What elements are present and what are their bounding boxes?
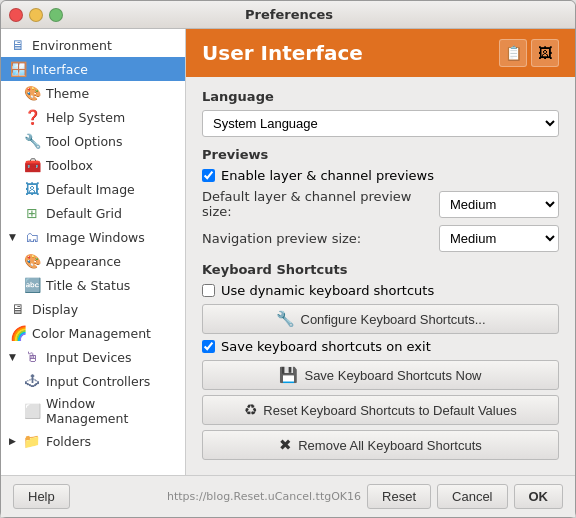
nav-preview-select[interactable]: Small Medium Large: [439, 225, 559, 252]
maximize-button[interactable]: [49, 8, 63, 22]
sidebar-item-tool-options[interactable]: 🔧 Tool Options: [1, 129, 185, 153]
use-dynamic-label: Use dynamic keyboard shortcuts: [221, 283, 434, 298]
save-icon: 💾: [279, 366, 298, 384]
folders-arrow: ▶: [9, 436, 16, 446]
reset-icon: ♻: [244, 401, 257, 419]
sidebar-item-folders[interactable]: ▶ 📁 Folders: [1, 429, 185, 453]
use-dynamic-row: Use dynamic keyboard shortcuts: [202, 283, 559, 298]
sidebar-label-title-status: Title & Status: [46, 278, 177, 293]
language-select[interactable]: System Language English French German Sp…: [202, 110, 559, 137]
sidebar-label-appearance: Appearance: [46, 254, 177, 269]
sidebar-label-image-windows: Image Windows: [46, 230, 177, 245]
ok-button[interactable]: OK: [514, 484, 564, 509]
sidebar-item-title-status[interactable]: 🔤 Title & Status: [1, 273, 185, 297]
sidebar-label-theme: Theme: [46, 86, 177, 101]
url-text: https://blog.Reset.uCancel.ttgOK16: [167, 490, 361, 503]
image-windows-icon: 🗂: [23, 228, 41, 246]
sidebar-item-appearance[interactable]: 🎨 Appearance: [1, 249, 185, 273]
default-grid-icon: ⊞: [23, 204, 41, 222]
preferences-window: Preferences 🖥 Environment 🪟 Interface 🎨 …: [0, 0, 576, 518]
help-button[interactable]: Help: [13, 484, 70, 509]
window-controls: [9, 8, 63, 22]
reset-shortcuts-label: Reset Keyboard Shortcuts to Default Valu…: [263, 403, 516, 418]
sidebar-item-input-controllers[interactable]: 🕹 Input Controllers: [1, 369, 185, 393]
sidebar-label-tool-options: Tool Options: [46, 134, 177, 149]
display-icon: 🖥: [9, 300, 27, 318]
sidebar-label-help: Help System: [46, 110, 177, 125]
remove-shortcuts-button[interactable]: ✖ Remove All Keyboard Shortcuts: [202, 430, 559, 460]
folders-icon: 📁: [23, 432, 41, 450]
panel-header: User Interface 📋 🖼: [186, 29, 575, 77]
window-title: Preferences: [71, 7, 507, 22]
help-icon: ❓: [23, 108, 41, 126]
save-now-label: Save Keyboard Shortcuts Now: [304, 368, 481, 383]
panel-icons: 📋 🖼: [499, 39, 559, 67]
reset-button[interactable]: Reset: [367, 484, 431, 509]
enable-layer-preview-label: Enable layer & channel previews: [221, 168, 434, 183]
previews-section-label: Previews: [202, 147, 559, 162]
sidebar-label-default-grid: Default Grid: [46, 206, 177, 221]
language-select-row: System Language English French German Sp…: [202, 110, 559, 137]
sidebar-item-color-management[interactable]: 🌈 Color Management: [1, 321, 185, 345]
sidebar-item-environment[interactable]: 🖥 Environment: [1, 33, 185, 57]
enable-layer-preview-checkbox[interactable]: [202, 169, 215, 182]
right-panel: User Interface 📋 🖼 Language System Langu…: [186, 29, 575, 475]
sidebar-item-image-windows[interactable]: ▼ 🗂 Image Windows: [1, 225, 185, 249]
toolbox-icon: 🧰: [23, 156, 41, 174]
configure-shortcuts-button[interactable]: 🔧 Configure Keyboard Shortcuts...: [202, 304, 559, 334]
remove-icon: ✖: [279, 436, 292, 454]
input-devices-arrow: ▼: [9, 352, 16, 362]
bottom-bar: Help https://blog.Reset.uCancel.ttgOK16 …: [1, 475, 575, 517]
title-status-icon: 🔤: [23, 276, 41, 294]
tool-options-icon: 🔧: [23, 132, 41, 150]
panel-icon-image[interactable]: 🖼: [531, 39, 559, 67]
save-on-exit-label: Save keyboard shortcuts on exit: [221, 339, 431, 354]
save-on-exit-checkbox[interactable]: [202, 340, 215, 353]
sidebar-item-interface[interactable]: 🪟 Interface: [1, 57, 185, 81]
save-on-exit-row: Save keyboard shortcuts on exit: [202, 339, 559, 354]
sidebar-item-help-system[interactable]: ❓ Help System: [1, 105, 185, 129]
default-image-icon: 🖼: [23, 180, 41, 198]
sidebar-label-display: Display: [32, 302, 177, 317]
reset-shortcuts-button[interactable]: ♻ Reset Keyboard Shortcuts to Default Va…: [202, 395, 559, 425]
configure-icon: 🔧: [276, 310, 295, 328]
appearance-icon: 🎨: [23, 252, 41, 270]
sidebar: 🖥 Environment 🪟 Interface 🎨 Theme ❓ Help…: [1, 29, 186, 475]
panel-icon-clipboard[interactable]: 📋: [499, 39, 527, 67]
theme-icon: 🎨: [23, 84, 41, 102]
nav-preview-size-row: Navigation preview size: Small Medium La…: [202, 225, 559, 252]
sidebar-item-default-grid[interactable]: ⊞ Default Grid: [1, 201, 185, 225]
sidebar-label-window-management: Window Management: [46, 396, 177, 426]
default-preview-label: Default layer & channel preview size:: [202, 189, 431, 219]
interface-icon: 🪟: [9, 60, 27, 78]
remove-shortcuts-label: Remove All Keyboard Shortcuts: [298, 438, 482, 453]
minimize-button[interactable]: [29, 8, 43, 22]
environment-icon: 🖥: [9, 36, 27, 54]
sidebar-label-folders: Folders: [46, 434, 177, 449]
language-section-label: Language: [202, 89, 559, 104]
close-button[interactable]: [9, 8, 23, 22]
sidebar-item-window-management[interactable]: ⬜ Window Management: [1, 393, 185, 429]
window-management-icon: ⬜: [23, 402, 41, 420]
keyboard-section-label: Keyboard Shortcuts: [202, 262, 559, 277]
sidebar-label-default-image: Default Image: [46, 182, 177, 197]
save-now-button[interactable]: 💾 Save Keyboard Shortcuts Now: [202, 360, 559, 390]
configure-shortcuts-label: Configure Keyboard Shortcuts...: [301, 312, 486, 327]
sidebar-item-display[interactable]: 🖥 Display: [1, 297, 185, 321]
titlebar: Preferences: [1, 1, 575, 29]
sidebar-item-input-devices[interactable]: ▼ 🖱 Input Devices: [1, 345, 185, 369]
use-dynamic-checkbox[interactable]: [202, 284, 215, 297]
sidebar-label-environment: Environment: [32, 38, 177, 53]
bottom-right: https://blog.Reset.uCancel.ttgOK16 Reset…: [167, 484, 563, 509]
sidebar-label-interface: Interface: [32, 62, 177, 77]
sidebar-item-theme[interactable]: 🎨 Theme: [1, 81, 185, 105]
sidebar-item-toolbox[interactable]: 🧰 Toolbox: [1, 153, 185, 177]
default-preview-select[interactable]: Small Medium Large: [439, 191, 559, 218]
default-preview-size-row: Default layer & channel preview size: Sm…: [202, 189, 559, 219]
sidebar-label-input-controllers: Input Controllers: [46, 374, 177, 389]
bottom-left: Help: [13, 484, 70, 509]
main-content: 🖥 Environment 🪟 Interface 🎨 Theme ❓ Help…: [1, 29, 575, 475]
panel-body: Language System Language English French …: [186, 77, 575, 475]
cancel-button[interactable]: Cancel: [437, 484, 507, 509]
sidebar-item-default-image[interactable]: 🖼 Default Image: [1, 177, 185, 201]
